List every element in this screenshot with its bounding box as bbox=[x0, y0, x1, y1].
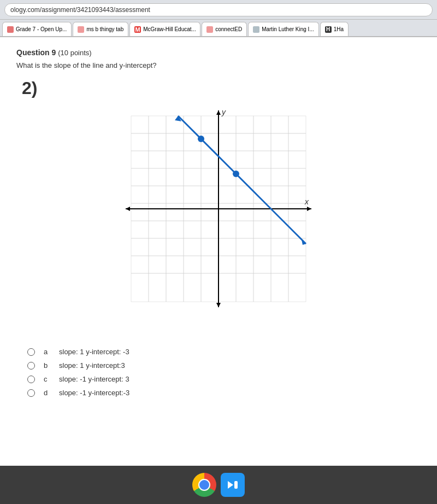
radio-d[interactable] bbox=[27, 389, 35, 397]
tab-h[interactable]: H 1Ha bbox=[320, 22, 349, 36]
choice-letter-c: c bbox=[44, 375, 50, 383]
svg-rect-27 bbox=[234, 481, 238, 489]
x-axis-label: x bbox=[304, 197, 309, 206]
tab-icon-connected bbox=[206, 26, 213, 33]
choice-text-c: slope: -1 y-intercept: 3 bbox=[59, 375, 129, 383]
tab-icon-ms-b bbox=[78, 26, 84, 33]
main-content: Question 9 (10 points) What is the slope… bbox=[0, 37, 437, 466]
radio-a[interactable] bbox=[27, 348, 35, 356]
tab-icon-mcgraw: M bbox=[134, 26, 141, 33]
graph-container: x y bbox=[16, 105, 421, 335]
graph-dot-1 bbox=[198, 136, 204, 142]
tab-label-mcgraw: McGraw-Hill Educat... bbox=[143, 26, 196, 32]
choice-item-c[interactable]: c slope: -1 y-intercept: 3 bbox=[27, 375, 410, 383]
tab-label-h: 1Ha bbox=[334, 26, 344, 32]
tab-icon-grade7 bbox=[7, 26, 14, 33]
tab-label-grade7: Grade 7 - Open Up... bbox=[16, 26, 67, 32]
tab-icon-h: H bbox=[325, 26, 332, 33]
choice-text-b: slope: 1 y-intercept:3 bbox=[59, 361, 125, 370]
choice-item-b[interactable]: b slope: 1 y-intercept:3 bbox=[27, 361, 410, 370]
question-header: Question 9 (10 points) bbox=[16, 48, 421, 57]
choice-letter-d: d bbox=[44, 389, 50, 397]
browser-bar: ology.com/assignment/3421093443/assessme… bbox=[0, 0, 437, 20]
tab-label-connected: connectED bbox=[215, 26, 242, 32]
svg-marker-20 bbox=[307, 207, 311, 211]
question-text: What is the slope of the line and y-inte… bbox=[16, 61, 421, 69]
choice-text-d: slope: -1 y-intercept:-3 bbox=[59, 389, 129, 397]
question-points: (10 points) bbox=[58, 49, 91, 57]
graph-wrapper: x y bbox=[115, 105, 322, 335]
choice-letter-b: b bbox=[44, 361, 50, 370]
choice-item-a[interactable]: a slope: 1 y-intercept: -3 bbox=[27, 348, 410, 356]
taskbar bbox=[0, 466, 437, 504]
choice-text-a: slope: 1 y-intercept: -3 bbox=[59, 348, 129, 356]
tab-connected[interactable]: connectED bbox=[202, 22, 247, 36]
tab-label-king: Martin Luther King I... bbox=[262, 26, 314, 32]
tabs-bar: Grade 7 - Open Up... ms b thingy tab M M… bbox=[0, 20, 437, 37]
choices-container: a slope: 1 y-intercept: -3 b slope: 1 y-… bbox=[16, 348, 421, 397]
svg-marker-24 bbox=[216, 303, 221, 307]
question-number: Question 9 bbox=[16, 48, 56, 57]
radio-c[interactable] bbox=[27, 376, 35, 383]
problem-number: 2) bbox=[22, 78, 421, 98]
graph-svg: x y bbox=[115, 105, 322, 335]
radio-b[interactable] bbox=[27, 362, 35, 370]
tab-label-ms-b: ms b thingy tab bbox=[86, 26, 123, 32]
address-bar[interactable]: ology.com/assignment/3421093443/assessme… bbox=[4, 3, 433, 16]
chrome-icon[interactable] bbox=[192, 473, 216, 497]
tab-mcgraw[interactable]: M McGraw-Hill Educat... bbox=[129, 22, 200, 36]
choice-letter-a: a bbox=[44, 348, 50, 356]
y-axis-label: y bbox=[221, 108, 226, 116]
graph-dot-2 bbox=[233, 171, 239, 177]
tab-icon-king bbox=[253, 26, 259, 33]
tab-ms-b[interactable]: ms b thingy tab bbox=[73, 22, 128, 36]
choice-item-d[interactable]: d slope: -1 y-intercept:-3 bbox=[27, 389, 410, 397]
svg-marker-21 bbox=[126, 207, 130, 211]
tab-king[interactable]: Martin Luther King I... bbox=[248, 22, 319, 36]
address-text: ology.com/assignment/3421093443/assessme… bbox=[10, 6, 150, 14]
zoom-icon[interactable] bbox=[221, 473, 245, 497]
svg-marker-23 bbox=[216, 110, 221, 115]
tab-grade7[interactable]: Grade 7 - Open Up... bbox=[2, 22, 72, 36]
